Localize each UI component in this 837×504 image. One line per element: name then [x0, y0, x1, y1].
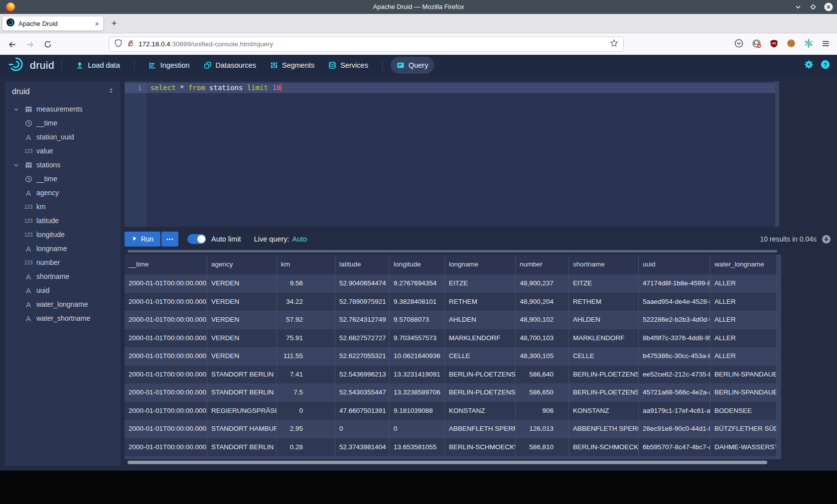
cell-shortname[interactable]: ABBENFLETH SPERRWERK — [569, 420, 639, 438]
account-extension-icon[interactable] — [752, 39, 761, 50]
cell-number[interactable]: 126,013 — [516, 420, 569, 438]
maximize-icon[interactable] — [809, 3, 817, 11]
cell-__time[interactable] — [125, 456, 207, 459]
nav-item-services[interactable]: Services — [322, 57, 374, 74]
auto-limit-toggle[interactable] — [187, 234, 206, 244]
cell-agency[interactable]: VERDEN — [207, 347, 277, 366]
cell-water_longname[interactable] — [710, 456, 777, 459]
cell-agency[interactable]: STANDORT BERLIN — [207, 438, 277, 457]
cell-uuid[interactable] — [639, 456, 710, 459]
cell-latitude[interactable]: 52.6227055321 — [335, 347, 390, 366]
asterisk-extension-icon[interactable] — [804, 39, 813, 50]
cell-agency[interactable]: STANDORT HAMBURG — [207, 420, 277, 438]
cell-water_longname[interactable]: ALLER — [710, 347, 777, 366]
cell-water_longname[interactable]: BODENSEE — [710, 402, 777, 420]
cell-number[interactable]: 48,700,103 — [516, 329, 569, 348]
cell-__time[interactable]: 2000-01-01T00:00:00.000Z — [125, 293, 207, 311]
settings-gear-icon[interactable] — [804, 60, 814, 71]
cell-agency[interactable]: VERDEN — [207, 293, 277, 311]
sql-editor[interactable]: 1 select * from stations limit 10 — [125, 81, 779, 227]
cell-agency[interactable]: STANDORT BERLIN — [207, 383, 277, 402]
run-button[interactable]: Run — [125, 232, 160, 247]
column-header-km[interactable]: km — [277, 254, 335, 274]
cell-km[interactable]: 0.28 — [277, 438, 335, 457]
nav-item-segments[interactable]: Segments — [264, 57, 320, 74]
cell-longitude[interactable]: 13.653581055 — [390, 438, 445, 457]
tree-column-latitude[interactable]: 123latitude — [5, 214, 121, 228]
cell-latitude[interactable]: 52.5430355447 — [335, 383, 390, 402]
cell-longname[interactable]: MARKLENDORF — [445, 329, 516, 348]
cell-longitude[interactable]: 9.181039088 — [390, 402, 445, 420]
cell-latitude[interactable]: 52.6827572727 — [335, 329, 390, 348]
cell-shortname[interactable] — [569, 456, 639, 459]
tree-column-longitude[interactable]: 123longitude — [5, 228, 121, 242]
cell-km[interactable]: 34.22 — [277, 293, 335, 311]
cell-longname[interactable]: BERLIN-PLOETZENSEE C — [445, 366, 516, 384]
cell-uuid[interactable]: 8b4f9f7c-3376-4dd8-95c — [639, 329, 710, 348]
cell-shortname[interactable]: AHLDEN — [569, 311, 639, 329]
cell-uuid[interactable]: 47174d8f-1b8e-4599-8a — [639, 274, 710, 293]
cell-water_longname[interactable]: DAHME-WASSERSTRAS — [710, 438, 777, 457]
cell-longitude[interactable]: 9.2767694354 — [390, 274, 445, 293]
table-horizontal-scrollbar[interactable] — [128, 461, 767, 464]
cell-km[interactable]: 57.92 — [277, 311, 335, 329]
tree-column-water_longname[interactable]: Awater_longname — [5, 297, 121, 311]
cell-shortname[interactable]: BERLIN-PLOETZENSEE C — [569, 366, 639, 384]
cell-longitude[interactable]: 9.7034557573 — [390, 329, 445, 348]
splitter-handle[interactable] — [128, 250, 777, 252]
tree-column-__time[interactable]: __time — [5, 116, 121, 130]
cell-number[interactable]: 48,900,204 — [516, 293, 569, 311]
run-more-button[interactable]: ••• — [161, 232, 178, 247]
shield-icon[interactable] — [114, 39, 123, 49]
new-tab-button[interactable]: + — [108, 17, 121, 30]
cell-km[interactable]: 7.41 — [277, 366, 335, 384]
cell-longitude[interactable] — [390, 456, 445, 459]
cookie-icon[interactable] — [787, 39, 796, 50]
cell-shortname[interactable]: CELLE — [569, 347, 639, 366]
cell-agency[interactable]: VERDEN — [207, 274, 277, 293]
cell-water_longname[interactable]: BÜTZFLETHER SÜDERE — [710, 420, 777, 438]
cell-longitude[interactable]: 13.3231419091 — [390, 366, 445, 384]
help-icon[interactable]: ? — [821, 60, 830, 71]
cell-longname[interactable]: AHLDEN — [445, 311, 516, 329]
cell-agency[interactable]: REGIERUNGSPRÄSIDIUM — [207, 402, 277, 420]
cell-longname[interactable]: CELLE — [445, 347, 516, 366]
column-header-longitude[interactable]: longitude — [390, 254, 445, 274]
download-icon[interactable] — [822, 235, 831, 244]
live-query-value[interactable]: Auto — [292, 235, 307, 243]
table-row[interactable]: 2000-01-01T00:00:00.000ZSTANDORT HAMBURG… — [125, 420, 777, 438]
cell-shortname[interactable]: EITZE — [569, 274, 639, 293]
back-icon[interactable] — [5, 37, 19, 51]
minimize-icon[interactable] — [794, 3, 802, 11]
cell-__time[interactable]: 2000-01-01T00:00:00.000Z — [125, 274, 207, 293]
cell-water_longname[interactable]: BERLIN-SPANDAUER-S — [710, 383, 777, 402]
cell-agency[interactable]: STANDORT BERLIN — [207, 366, 277, 384]
table-row[interactable]: 2000-01-01T00:00:00.000ZVERDEN34.2252.78… — [125, 293, 777, 311]
cell-uuid[interactable]: 5aaed954-de4e-4528-8f — [639, 293, 710, 311]
cell-shortname[interactable]: BERLIN-PLOETZENSEE U — [569, 383, 639, 402]
nav-item-datasources[interactable]: Datasources — [198, 57, 262, 74]
auto-limit-label[interactable]: Auto limit — [211, 235, 241, 243]
column-header-longname[interactable]: longname — [445, 254, 516, 274]
cell-__time[interactable]: 2000-01-01T00:00:00.000Z — [125, 438, 207, 457]
nav-item-load-data[interactable]: Load data — [70, 57, 126, 74]
cell-km[interactable]: 75.91 — [277, 329, 335, 348]
table-row[interactable]: 2000-01-01T00:00:00.000ZSTANDORT BERLIN0… — [125, 438, 777, 457]
nav-item-query[interactable]: Query — [391, 57, 434, 74]
insecure-lock-icon[interactable] — [127, 39, 135, 49]
cell-uuid[interactable]: 45721a68-566c-4e2a-a6 — [639, 383, 710, 402]
menu-hamburger-icon[interactable] — [822, 39, 830, 50]
tree-column-agency[interactable]: Aagency — [5, 186, 121, 200]
cell-number[interactable]: 48,900,237 — [516, 274, 569, 293]
cell-latitude[interactable]: 52.7890975921 — [335, 293, 390, 311]
reload-icon[interactable] — [41, 37, 55, 51]
tree-column-__time[interactable]: __time — [5, 172, 121, 186]
cell-number[interactable]: 48,900,102 — [516, 311, 569, 329]
cell-__time[interactable]: 2000-01-01T00:00:00.000Z — [125, 402, 207, 420]
column-header-water_longname[interactable]: water_longname — [710, 254, 777, 274]
tree-table-measurements[interactable]: measurements — [5, 102, 121, 116]
table-row[interactable]: 2000-01-01T00:00:00.000ZVERDEN75.9152.68… — [125, 329, 777, 348]
schema-selector[interactable]: druid — [5, 81, 121, 102]
cell-__time[interactable]: 2000-01-01T00:00:00.000Z — [125, 420, 207, 438]
column-header-shortname[interactable]: shortname — [569, 254, 639, 274]
